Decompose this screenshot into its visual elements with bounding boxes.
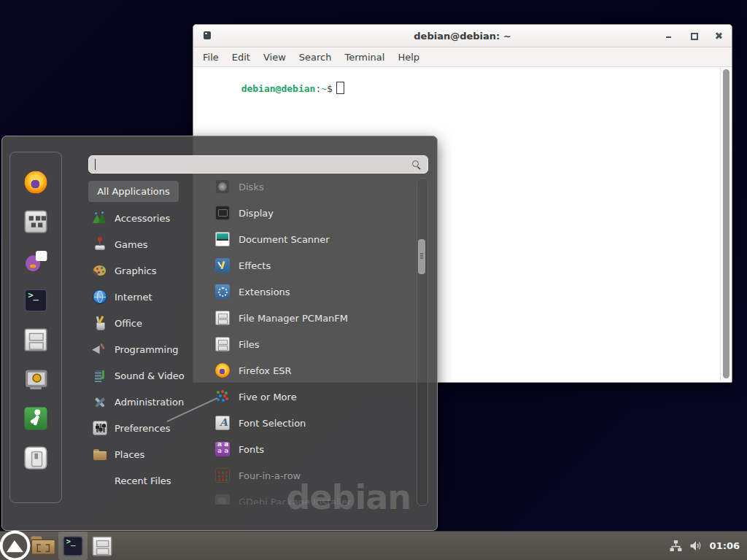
menu-view[interactable]: View <box>257 49 293 66</box>
menu-button[interactable] <box>0 532 29 560</box>
shutdown-icon <box>25 447 47 470</box>
app-firefox-esr[interactable]: Firefox ESR <box>208 357 415 384</box>
category-graphics[interactable]: Graphics <box>88 257 205 284</box>
search-input[interactable] <box>96 157 411 173</box>
app-extensions[interactable]: Extensions <box>208 279 415 305</box>
places-icon <box>93 447 107 462</box>
five-or-more-icon <box>215 389 230 404</box>
disks-icon <box>215 179 230 194</box>
app-four-in-a-row[interactable]: Four-in-a-row <box>208 462 415 489</box>
category-label: Administration <box>115 397 184 408</box>
shutdown-button[interactable] <box>23 446 48 470</box>
favorite-file-manager[interactable] <box>23 327 48 352</box>
app-display[interactable]: Display <box>208 200 415 226</box>
app-five-or-more[interactable]: Five or More <box>208 384 415 410</box>
terminal-window-icon <box>204 31 211 39</box>
desktop: debian@debian: ~ FileEditViewSearchTermi… <box>0 0 747 560</box>
favorite-firefox[interactable] <box>23 170 48 195</box>
menu-edit[interactable]: Edit <box>225 49 257 66</box>
category-label: Programming <box>115 344 179 355</box>
search-icon <box>411 160 422 170</box>
application-menu: debian All Applications AccessoriesGames… <box>1 136 438 531</box>
app-document-scanner[interactable]: Document Scanner <box>208 226 415 252</box>
menu-search[interactable]: Search <box>293 49 338 66</box>
app-label: Five or More <box>239 392 297 402</box>
app-gdebi-package-installer[interactable]: GDebi Package Installer <box>208 489 415 505</box>
category-accessories[interactable]: Accessories <box>88 205 205 231</box>
app-disks[interactable]: Disks <box>208 174 415 200</box>
terminal-icon <box>25 289 47 312</box>
file-manager-launcher[interactable] <box>29 532 58 560</box>
app-font-selection[interactable]: Font Selection <box>208 410 415 436</box>
files-launcher[interactable] <box>88 532 117 560</box>
logout-button[interactable] <box>23 406 48 431</box>
category-sound-video[interactable]: Sound & Video <box>88 362 205 389</box>
terminal-titlebar[interactable]: debian@debian: ~ <box>193 25 732 47</box>
prompt-dollar: $ <box>327 83 333 94</box>
category-games[interactable]: Games <box>88 231 205 257</box>
category-places[interactable]: Places <box>88 441 205 467</box>
minimize-button[interactable] <box>665 31 673 40</box>
menu-file[interactable]: File <box>196 49 225 66</box>
font-selection-icon <box>215 416 230 430</box>
prompt-path: ~ <box>321 83 327 94</box>
menu-help[interactable]: Help <box>391 49 426 66</box>
terminal-scrollbar[interactable] <box>720 67 732 381</box>
app-label: Font Selection <box>239 418 306 429</box>
favorite-terminal[interactable] <box>23 288 48 313</box>
volume-icon[interactable] <box>689 540 703 552</box>
app-file-manager-pcmanfm[interactable]: File Manager PCManFM <box>208 305 415 331</box>
sound-video-icon <box>93 368 107 383</box>
accessories-icon <box>93 211 107 225</box>
category-internet[interactable]: Internet <box>88 284 205 310</box>
extensions-icon <box>215 284 230 299</box>
firefox-icon <box>25 171 47 194</box>
files-icon <box>215 337 230 351</box>
terminal-menubar: FileEditViewSearchTerminalHelp <box>193 47 732 67</box>
app-label: Disks <box>239 182 264 192</box>
favorite-pidgin[interactable] <box>23 249 48 273</box>
maximize-button[interactable] <box>689 31 698 40</box>
app-fonts[interactable]: Fonts <box>208 436 415 462</box>
document-scanner-icon <box>215 232 230 246</box>
category-label: Places <box>115 449 144 460</box>
terminal-scrollbar-thumb[interactable] <box>723 69 729 378</box>
logout-icon <box>25 408 47 430</box>
category-label: Graphics <box>115 265 156 276</box>
pidgin-icon <box>25 250 47 273</box>
category-office[interactable]: Office <box>88 310 205 336</box>
app-label: GDebi Package Installer <box>239 497 352 505</box>
category-label: Internet <box>115 292 152 303</box>
menu-scrollbar[interactable] <box>417 178 428 506</box>
category-label: Games <box>115 239 147 250</box>
internet-icon <box>93 289 107 304</box>
menu-scrollbar-thumb[interactable] <box>418 239 425 274</box>
folder-icon <box>31 536 56 556</box>
category-recent-files[interactable]: Recent Files <box>88 467 205 494</box>
category-preferences[interactable]: Preferences <box>88 415 205 441</box>
search-box[interactable] <box>88 155 428 174</box>
app-effects[interactable]: Effects <box>208 252 415 279</box>
category-programming[interactable]: Programming <box>88 336 205 362</box>
four-in-a-row-icon <box>215 468 230 483</box>
close-button[interactable] <box>714 31 723 40</box>
menu-terminal[interactable]: Terminal <box>338 49 391 66</box>
category-label: Recent Files <box>115 475 171 486</box>
app-label: Display <box>239 208 274 219</box>
app-label: Document Scanner <box>239 234 330 245</box>
terminal-icon <box>63 536 83 556</box>
terminal-cursor <box>336 82 344 94</box>
preferences-icon <box>93 421 107 435</box>
app-label: Effects <box>239 260 271 271</box>
clock[interactable]: 01:06 <box>710 540 740 551</box>
app-files[interactable]: Files <box>208 331 415 357</box>
terminal-window-button[interactable] <box>58 532 88 560</box>
file-manager-icon <box>25 329 47 351</box>
category-all-applications[interactable]: All Applications <box>88 181 179 202</box>
lock-screen-button[interactable] <box>23 367 48 392</box>
prompt-user-host: debian@debian <box>241 83 316 94</box>
app-label: Fonts <box>239 444 264 455</box>
network-icon[interactable] <box>670 540 682 552</box>
file-cabinet-icon <box>93 536 112 556</box>
favorite-package-manager[interactable] <box>23 209 48 234</box>
